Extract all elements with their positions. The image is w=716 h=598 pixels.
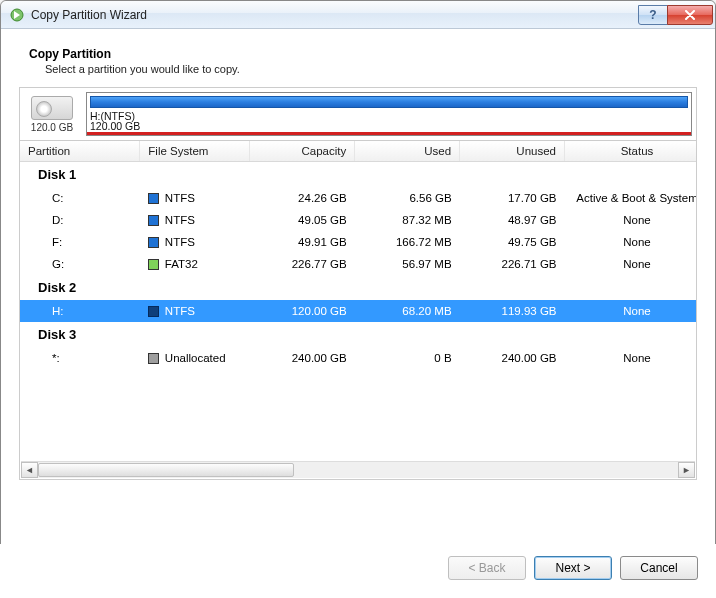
cell-partition: G: bbox=[20, 253, 140, 275]
disk-preview: 120.0 GB H:(NTFS) 120.00 GB bbox=[19, 87, 697, 140]
cell-capacity: 240.00 GB bbox=[250, 347, 355, 369]
table-row[interactable]: F:NTFS49.91 GB166.72 MB49.75 GBNone bbox=[20, 231, 697, 253]
cell-status: None bbox=[565, 300, 698, 322]
cell-unused: 119.93 GB bbox=[460, 300, 565, 322]
partition-table-wrap: Partition File System Capacity Used Unus… bbox=[19, 140, 697, 480]
cell-filesystem: Unallocated bbox=[140, 347, 250, 369]
horizontal-scrollbar[interactable]: ◄ ► bbox=[21, 461, 695, 478]
page-header: Copy Partition Select a partition you wo… bbox=[19, 47, 697, 75]
cell-used: 56.97 MB bbox=[355, 253, 460, 275]
cell-capacity: 226.77 GB bbox=[250, 253, 355, 275]
page-title: Copy Partition bbox=[29, 47, 697, 61]
disk-group-header: Disk 1 bbox=[20, 162, 697, 188]
cell-filesystem: NTFS bbox=[140, 300, 250, 322]
cell-used: 6.56 GB bbox=[355, 187, 460, 209]
page-subtitle: Select a partition you would like to cop… bbox=[45, 63, 697, 75]
table-row[interactable]: C:NTFS24.26 GB6.56 GB17.70 GBActive & Bo… bbox=[20, 187, 697, 209]
disk-total-size: 120.0 GB bbox=[31, 122, 73, 133]
fs-swatch-icon bbox=[148, 306, 159, 317]
partition-bar-size-row: 120.00 GB bbox=[90, 120, 688, 132]
col-capacity[interactable]: Capacity bbox=[250, 141, 355, 162]
disk-group-name: Disk 2 bbox=[20, 275, 697, 300]
col-status[interactable]: Status bbox=[565, 141, 698, 162]
disk-group-name: Disk 1 bbox=[20, 162, 697, 188]
disk-group-header: Disk 3 bbox=[20, 322, 697, 347]
scroll-track[interactable] bbox=[38, 462, 678, 478]
cell-unused: 226.71 GB bbox=[460, 253, 565, 275]
cell-filesystem: NTFS bbox=[140, 187, 250, 209]
titlebar: Copy Partition Wizard ? bbox=[1, 1, 715, 29]
cell-filesystem: NTFS bbox=[140, 231, 250, 253]
disk-icon-box: 120.0 GB bbox=[24, 92, 80, 136]
partition-bar[interactable]: H:(NTFS) 120.00 GB bbox=[86, 92, 692, 136]
fs-swatch-icon bbox=[148, 193, 159, 204]
cell-partition: D: bbox=[20, 209, 140, 231]
cell-partition: F: bbox=[20, 231, 140, 253]
cell-partition: H: bbox=[20, 300, 140, 322]
cell-used: 0 B bbox=[355, 347, 460, 369]
cancel-button[interactable]: Cancel bbox=[620, 556, 698, 580]
window-buttons: ? bbox=[639, 5, 713, 25]
cell-status: None bbox=[565, 253, 698, 275]
cell-used: 87.32 MB bbox=[355, 209, 460, 231]
table-row[interactable]: H:NTFS120.00 GB68.20 MB119.93 GBNone bbox=[20, 300, 697, 322]
scroll-right-arrow[interactable]: ► bbox=[678, 462, 695, 478]
cell-unused: 48.97 GB bbox=[460, 209, 565, 231]
cell-partition: C: bbox=[20, 187, 140, 209]
table-row[interactable]: G:FAT32226.77 GB56.97 MB226.71 GBNone bbox=[20, 253, 697, 275]
fs-swatch-icon bbox=[148, 215, 159, 226]
cell-unused: 17.70 GB bbox=[460, 187, 565, 209]
app-icon bbox=[9, 7, 25, 23]
table-row[interactable]: *:Unallocated240.00 GB0 B240.00 GBNone bbox=[20, 347, 697, 369]
help-button[interactable]: ? bbox=[638, 5, 668, 25]
cell-status: None bbox=[565, 209, 698, 231]
fs-swatch-icon bbox=[148, 353, 159, 364]
cell-capacity: 49.05 GB bbox=[250, 209, 355, 231]
partition-table: Partition File System Capacity Used Unus… bbox=[20, 141, 697, 369]
col-filesystem[interactable]: File System bbox=[140, 141, 250, 162]
selection-underline bbox=[87, 132, 691, 135]
content-area: Copy Partition Select a partition you wo… bbox=[1, 29, 715, 494]
cell-unused: 240.00 GB bbox=[460, 347, 565, 369]
close-button[interactable] bbox=[667, 5, 713, 25]
cell-filesystem: FAT32 bbox=[140, 253, 250, 275]
wizard-footer: < Back Next > Cancel bbox=[0, 544, 716, 598]
partition-bar-size: 120.00 GB bbox=[90, 120, 140, 132]
cell-status: None bbox=[565, 347, 698, 369]
col-partition[interactable]: Partition bbox=[20, 141, 140, 162]
disk-group-name: Disk 3 bbox=[20, 322, 697, 347]
cell-capacity: 49.91 GB bbox=[250, 231, 355, 253]
cell-status: Active & Boot & System bbox=[565, 187, 698, 209]
next-button[interactable]: Next > bbox=[534, 556, 612, 580]
cell-unused: 49.75 GB bbox=[460, 231, 565, 253]
cell-capacity: 24.26 GB bbox=[250, 187, 355, 209]
cell-used: 68.20 MB bbox=[355, 300, 460, 322]
col-used[interactable]: Used bbox=[355, 141, 460, 162]
cell-status: None bbox=[565, 231, 698, 253]
fs-swatch-icon bbox=[148, 237, 159, 248]
cell-filesystem: NTFS bbox=[140, 209, 250, 231]
back-button[interactable]: < Back bbox=[448, 556, 526, 580]
cell-capacity: 120.00 GB bbox=[250, 300, 355, 322]
partition-fill bbox=[90, 96, 688, 108]
scroll-left-arrow[interactable]: ◄ bbox=[21, 462, 38, 478]
table-header-row: Partition File System Capacity Used Unus… bbox=[20, 141, 697, 162]
disk-group-header: Disk 2 bbox=[20, 275, 697, 300]
cell-partition: *: bbox=[20, 347, 140, 369]
fs-swatch-icon bbox=[148, 259, 159, 270]
disk-drive-icon bbox=[31, 96, 73, 120]
col-unused[interactable]: Unused bbox=[460, 141, 565, 162]
table-row[interactable]: D:NTFS49.05 GB87.32 MB48.97 GBNone bbox=[20, 209, 697, 231]
cell-used: 166.72 MB bbox=[355, 231, 460, 253]
scroll-thumb[interactable] bbox=[38, 463, 294, 477]
window-title: Copy Partition Wizard bbox=[31, 8, 639, 22]
